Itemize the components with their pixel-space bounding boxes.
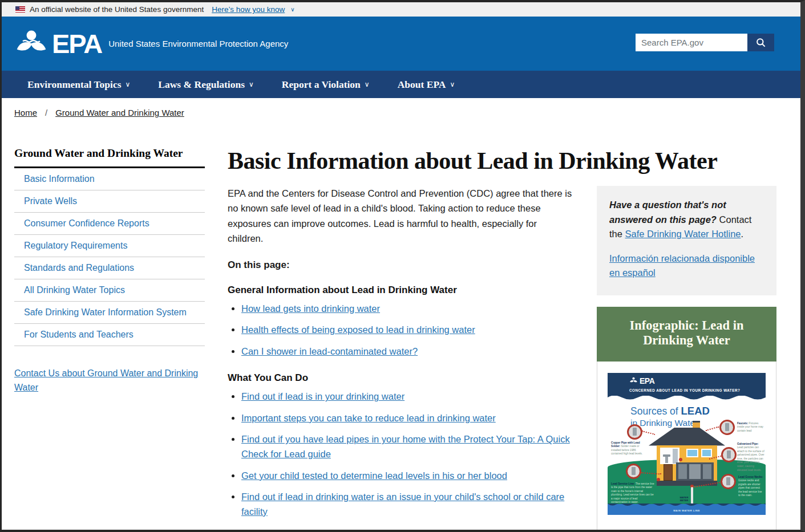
safe-drinking-water-hotline-link[interactable]: Safe Drinking Water Hotline [625,229,741,239]
link-school-child-care[interactable]: Find out if lead in drinking water is an… [241,492,564,517]
sidenav-item: Regulatory Requirements [14,235,205,257]
ig-appliances [676,462,714,481]
breadcrumb-separator: / [45,108,47,117]
epa-logo[interactable]: EPA United States Environmental Protecti… [14,27,288,61]
lead-infographic-image[interactable]: EPA CONCERNED ABOUT LEAD IN YOUR DRINKIN… [608,373,766,517]
sidenav-item: For Students and Teachers [14,324,205,346]
epa-flower-icon [14,27,48,61]
list-item: Find out if lead in drinking water is an… [241,490,573,519]
ig-note-title: Lead Service Line: [611,482,634,485]
site-search [636,34,774,51]
ig-galvanized-circle [721,447,737,462]
link-important-steps[interactable]: Important steps you can take to reduce l… [241,413,496,423]
us-flag-icon [15,6,25,13]
sidenav-consumer-confidence-reports[interactable]: Consumer Confidence Reports [14,213,205,234]
ig-epa-logo: EPA [629,376,654,385]
ig-water-meter-label: WATER METER [677,496,691,502]
ig-note-title: Faucets: [737,422,748,425]
list-item: Find out if lead is in your drinking wat… [241,389,573,404]
link-find-out-lead[interactable]: Find out if lead is in your drinking wat… [241,391,404,401]
sidenav-list: Basic Information Private Wells Consumer… [14,168,205,346]
sidenav-item: Safe Drinking Water Information System [14,302,205,324]
ig-banner-question: CONCERNED ABOUT LEAD IN YOUR DRINKING WA… [629,388,740,392]
ig-note-galvanized: Galvanized Pipe: Lead particles can atta… [737,442,764,473]
search-button[interactable] [747,34,774,51]
ig-note-text: The service line is the pipe that runs f… [611,482,654,504]
link-shower-lead[interactable]: Can I shower in lead-contaminated water? [241,346,418,356]
link-health-effects[interactable]: Health effects of being exposed to lead … [241,324,475,335]
sidenav-sdwis[interactable]: Safe Drinking Water Information System [14,302,205,323]
ig-service-line-circle [626,464,641,479]
ig-red-dot [657,478,660,481]
ig-house-roof [649,428,725,446]
sidenav-all-drinking-water-topics[interactable]: All Drinking Water Topics [14,279,205,301]
nav-label: Report a Violation [282,79,361,91]
chevron-down-icon: ∨ [249,80,254,88]
spanish-info-link[interactable]: Información relacionada disponible en es… [609,251,764,281]
gov-banner-text: An official website of the United States… [30,5,204,14]
chevron-down-icon: ∨ [365,80,370,88]
ig-sink-pedestal [665,457,668,463]
agency-name: United States Environmental Protection A… [108,39,288,49]
ig-wave-edge [608,396,766,401]
sidenav-item: Basic Information [14,168,205,190]
nav-report-a-violation[interactable]: Report a Violation ∨ [282,79,370,91]
side-nav: Ground Water and Drinking Water Basic In… [14,147,205,532]
sidenav-private-wells[interactable]: Private Wells [14,190,205,212]
ig-faucet-circle [719,420,735,435]
sidenav-item: Standards and Regulations [14,257,205,279]
sidenav-title: Ground Water and Drinking Water [14,147,205,168]
sidenav-students-and-teachers[interactable]: For Students and Teachers [14,324,205,346]
sidenav-item: All Drinking Water Topics [14,279,205,302]
ig-note-service-line: Lead Service Line: The service line is t… [611,482,654,505]
link-how-lead-gets-in[interactable]: How lead gets into drinking water [241,303,380,314]
list-item: Get your child tested to determine lead … [241,469,573,484]
question-bold-text: Have a question that's not answered on t… [609,200,726,225]
ig-door [664,464,673,481]
sidenav-standards-and-regulations[interactable]: Standards and Regulations [14,257,205,279]
nav-about-epa[interactable]: About EPA ∨ [398,79,455,91]
intro-paragraph: EPA and the Centers for Disease Control … [228,186,573,246]
search-input[interactable] [636,34,747,51]
sidenav-item: Private Wells [14,190,205,213]
link-child-tested[interactable]: Get your child tested to determine lead … [241,470,507,481]
sidenav-regulatory-requirements[interactable]: Regulatory Requirements [14,235,205,257]
question-box: Have a question that's not answered on t… [597,186,776,295]
gov-banner: An official website of the United States… [2,2,800,17]
breadcrumb: Home / Ground Water and Drinking Water [2,98,800,125]
chevron-down-icon: ∨ [126,80,131,88]
link-protect-your-tap[interactable]: Find out if you have lead pipes in your … [241,434,570,459]
infographic-box: EPA CONCERNED ABOUT LEAD IN YOUR DRINKIN… [597,362,776,532]
ig-goose-neck-circle [721,474,736,489]
ig-shower [673,449,678,464]
chevron-down-icon[interactable]: ∨ [290,6,294,13]
sidenav-basic-information[interactable]: Basic Information [14,168,205,190]
infographic-panel-title: Infographic: Lead in Drinking Water [597,307,776,362]
primary-nav: Environmental Topics ∨ Laws & Regulation… [2,71,800,98]
nav-laws-regulations[interactable]: Laws & Regulations ∨ [158,79,253,91]
site-header: EPA United States Environmental Protecti… [2,17,800,71]
search-icon [755,37,766,48]
ig-note-text: Goose necks and pigtails are shorter pip… [738,479,762,497]
epa-acronym: EPA [52,30,102,57]
list-item: Health effects of being exposed to lead … [241,323,573,338]
ig-title-lead: LEAD [681,405,710,417]
article-body: EPA and the Centers for Disease Control … [228,186,573,532]
breadcrumb-ground-water[interactable]: Ground Water and Drinking Water [55,108,184,117]
sidenav-item: Consumer Confidence Reports [14,213,205,235]
ig-title-prefix: Sources of [630,405,681,417]
content: Ground Water and Drinking Water Basic In… [2,125,800,532]
ig-water-wave [608,503,766,507]
ig-red-dot [679,458,682,461]
ig-water-meter-pipe [691,487,693,504]
section-heading-general-info: General Information about Lead in Drinki… [228,285,573,296]
ig-main-line-label: MAIN WATER LINE [608,509,766,512]
contact-us-link[interactable]: Contact Us about Ground Water and Drinki… [14,367,203,395]
ig-main-water-line: MAIN WATER LINE [608,504,766,515]
page-title: Basic Information about Lead in Drinking… [228,147,776,174]
breadcrumb-home[interactable]: Home [14,108,37,117]
nav-environmental-topics[interactable]: Environmental Topics ∨ [27,79,130,91]
list-item: Can I shower in lead-contaminated water? [241,344,573,359]
ig-note-text: Lead particles can attach to the surface… [737,446,764,471]
heres-how-you-know-link[interactable]: Here’s how you know [212,5,285,14]
